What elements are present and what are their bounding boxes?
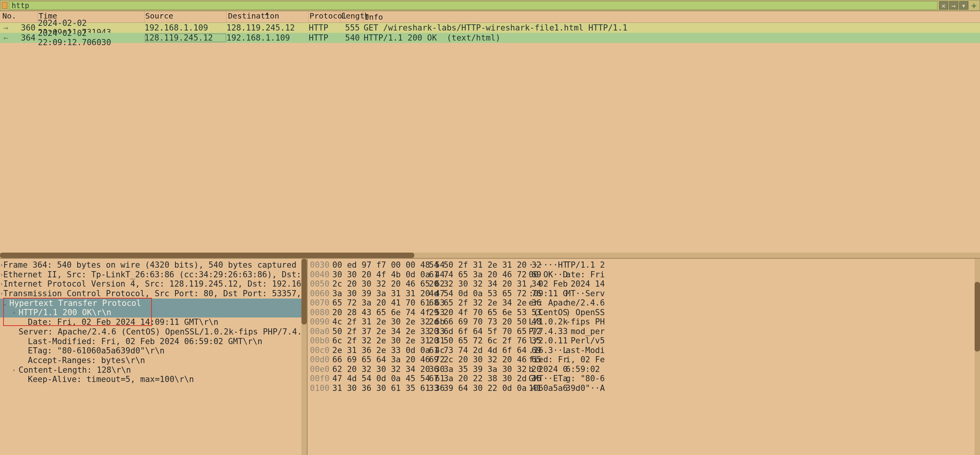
hex-ascii: , 02 Feb xyxy=(529,279,566,289)
display-filter-input[interactable] xyxy=(9,1,937,10)
column-destination[interactable]: Destination xyxy=(226,11,309,22)
tree-line[interactable]: Server: Apache/2.4.6 (CentOS) OpenSSL/1.… xyxy=(0,327,307,337)
cell-info: HTTP/1.1 200 OK (text/html) xyxy=(364,33,980,42)
hex-row[interactable]: 00e062 20 32 30 32 34 20 3036 3a 35 39 3… xyxy=(310,365,980,374)
tree-text: Last-Modified: Fri, 02 Feb 2024 06:59:02… xyxy=(28,337,262,346)
tree-line[interactable]: ETag: "80-61060a5a639d0"\r\n xyxy=(0,346,307,356)
filter-history-button[interactable]: ▾ xyxy=(959,1,968,10)
hex-row[interactable]: 00904c 2f 31 2e 30 2e 32 6b2d 66 69 70 7… xyxy=(310,317,980,327)
hex-offset: 00e0 xyxy=(310,365,332,374)
hex-bytes: 31 30 36 30 61 35 61 36 xyxy=(332,384,429,393)
tree-text: Ethernet II, Src: Tp-LinkT_26:63:86 (cc:… xyxy=(3,270,308,280)
hex-bytes: 68 65 2f 32 2e 34 2e 36 xyxy=(429,298,529,307)
hex-bytes: 2c 20 30 32 20 46 65 62 xyxy=(332,279,429,289)
details-vscroll-thumb[interactable] xyxy=(301,259,307,324)
bookmark-icon[interactable] xyxy=(2,2,7,9)
hex-offset: 0100 xyxy=(310,384,332,393)
tree-line[interactable]: Last-Modified: Fri, 02 Feb 2024 06:59:02… xyxy=(0,337,307,346)
cell-length: 540 xyxy=(340,33,364,42)
hex-row[interactable]: 00a050 2f 37 2e 34 2e 33 3320 6d 6f 64 5… xyxy=(310,327,980,336)
packet-row[interactable]: ←3642024-02-02 22:09:12.706030128.119.24… xyxy=(0,33,980,43)
hex-vscroll-thumb[interactable] xyxy=(975,282,980,351)
hex-ascii: (CentOS xyxy=(529,308,566,317)
tree-line[interactable]: ›Ethernet II, Src: Tp-LinkT_26:63:86 (cc… xyxy=(0,270,307,280)
column-info[interactable]: Info xyxy=(364,12,980,22)
hex-bytes: 2e 31 36 2e 33 0d 0a 4c xyxy=(332,346,429,355)
add-filter-button[interactable]: + xyxy=(970,1,978,10)
hex-row[interactable]: 003000 ed 97 f7 00 00 48 5454 50 2f 31 2… xyxy=(310,260,980,270)
apply-filter-button[interactable]: → xyxy=(949,1,958,10)
tree-line[interactable]: ›Content-Length: 128\r\n xyxy=(0,365,307,375)
hex-ascii: 00 OK··D xyxy=(529,270,566,279)
hex-row[interactable]: 00f047 4d 54 0d 0a 45 54 6167 3a 20 22 3… xyxy=(310,374,980,384)
hex-bytes: 20 32 30 32 34 20 31 34 xyxy=(429,279,529,289)
hex-bytes: 62 20 32 30 32 34 20 30 xyxy=(332,365,429,374)
hex-ascii: g: "80-6 xyxy=(566,374,980,383)
chevron-right-icon[interactable]: › xyxy=(0,260,3,270)
chevron-down-icon[interactable]: ⌄ xyxy=(0,299,9,308)
column-no[interactable]: No. xyxy=(0,11,38,22)
packet-list-pane: No. Time Source Destination Protocol Len… xyxy=(0,11,980,258)
hex-row[interactable]: 00c02e 31 36 2e 33 0d 0a 4c61 73 74 2d 4… xyxy=(310,346,980,355)
hex-bytes: 4c 2f 31 2e 30 2e 32 6b xyxy=(332,317,429,326)
packet-list-hscroll[interactable] xyxy=(0,253,980,258)
clear-filter-button[interactable]: ✕ xyxy=(939,1,948,10)
tree-line[interactable]: Date: Fri, 02 Feb 2024 14:09:11 GMT\r\n xyxy=(0,317,307,327)
tree-line[interactable]: ›Frame 364: 540 bytes on wire (4320 bits… xyxy=(0,260,307,270)
hex-bytes: 50 2f 37 2e 34 2e 33 33 xyxy=(332,327,429,336)
hex-vscroll[interactable] xyxy=(975,259,980,455)
hex-bytes: 65 72 3a 20 41 70 61 63 xyxy=(332,298,429,307)
column-source[interactable]: Source xyxy=(145,11,226,22)
tree-line[interactable]: ⌄Hypertext Transfer Protocol xyxy=(0,299,307,308)
hex-ascii: fied: Fr xyxy=(529,355,566,364)
tree-text: Hypertext Transfer Protocol xyxy=(9,299,141,308)
hex-offset: 0050 xyxy=(310,279,332,289)
hex-bytes: 61 74 65 3a 20 46 72 69 xyxy=(429,270,529,279)
cell-destination: 128.119.245.12 xyxy=(226,23,309,32)
hex-row[interactable]: 00b06c 2f 32 2e 30 2e 31 3120 50 65 72 6… xyxy=(310,336,980,346)
column-protocol[interactable]: Protocol xyxy=(309,11,340,22)
hex-offset: 00b0 xyxy=(310,336,332,345)
hex-bytes: 4d 54 0d 0a 53 65 72 76 xyxy=(429,289,529,298)
hex-bytes: 3a 30 39 3a 31 31 20 47 xyxy=(332,289,429,298)
hex-bytes: 36 3a 35 39 3a 30 32 20 xyxy=(429,365,529,374)
hex-bytes: 6c 2f 32 2e 30 2e 31 31 xyxy=(332,336,429,345)
hex-offset: 0030 xyxy=(310,260,332,270)
chevron-right-icon[interactable]: › xyxy=(0,270,3,280)
tree-line[interactable]: ›Transmission Control Protocol, Src Port… xyxy=(0,289,307,299)
cell-protocol: HTTP xyxy=(309,23,340,32)
tree-line[interactable]: ›HTTP/1.1 200 OK\r\n xyxy=(0,308,307,317)
packet-row[interactable]: →3602024-02-02 22:09:11.731943192.168.1.… xyxy=(0,23,980,33)
tree-line[interactable]: ›Internet Protocol Version 4, Src: 128.1… xyxy=(0,279,307,289)
details-vscroll[interactable] xyxy=(301,259,307,455)
chevron-right-icon[interactable]: › xyxy=(9,365,19,375)
chevron-right-icon[interactable]: › xyxy=(0,289,3,299)
hex-row[interactable]: 008020 28 43 65 6e 74 4f 5329 20 4f 70 6… xyxy=(310,308,980,317)
hex-bytes: 30 30 20 4f 4b 0d 0a 44 xyxy=(332,270,429,279)
packet-bytes-pane: 003000 ed 97 f7 00 00 48 5454 50 2f 31 2… xyxy=(308,259,980,455)
hex-ascii: he/2.4.6 xyxy=(566,298,980,307)
hex-row[interactable]: 00d066 69 65 64 3a 20 46 7269 2c 20 30 3… xyxy=(310,355,980,365)
tree-line[interactable]: Accept-Ranges: bytes\r\n xyxy=(0,356,307,365)
hex-row[interactable]: 00603a 30 39 3a 31 31 20 474d 54 0d 0a 5… xyxy=(310,289,980,299)
hex-row[interactable]: 007065 72 3a 20 41 70 61 6368 65 2f 32 2… xyxy=(310,298,980,308)
hex-bytes: 54 50 2f 31 2e 31 20 32 xyxy=(429,260,529,270)
chevron-right-icon[interactable]: › xyxy=(9,308,19,317)
tree-text: Frame 364: 540 bytes on wire (4320 bits)… xyxy=(3,260,308,270)
hex-offset: 0080 xyxy=(310,308,332,317)
hex-bytes: 61 73 74 2d 4d 6f 64 69 xyxy=(429,346,529,355)
hex-offset: 0060 xyxy=(310,289,332,298)
column-length[interactable]: Length xyxy=(340,11,364,22)
chevron-right-icon[interactable]: › xyxy=(0,279,3,289)
packet-list-header: No. Time Source Destination Protocol Len… xyxy=(0,11,980,23)
bottom-panes: ›Frame 364: 540 bytes on wire (4320 bits… xyxy=(0,258,980,455)
hex-ascii: l/2.0.11 xyxy=(529,336,566,345)
hex-row[interactable]: 004030 30 20 4f 4b 0d 0a 4461 74 65 3a 2… xyxy=(310,270,980,280)
cell-no: 360 xyxy=(12,23,38,32)
hex-row[interactable]: 00502c 20 30 32 20 46 65 6220 32 30 32 3… xyxy=(310,279,980,289)
cell-protocol: HTTP xyxy=(309,33,340,42)
tree-line[interactable]: Keep-Alive: timeout=5, max=100\r\n xyxy=(0,375,307,384)
hex-bytes: 66 69 65 64 3a 20 46 72 xyxy=(332,355,429,364)
hex-row[interactable]: 010031 30 36 30 61 35 61 3633 39 64 30 2… xyxy=(310,384,980,393)
packet-list-hscroll-thumb[interactable] xyxy=(0,253,414,258)
